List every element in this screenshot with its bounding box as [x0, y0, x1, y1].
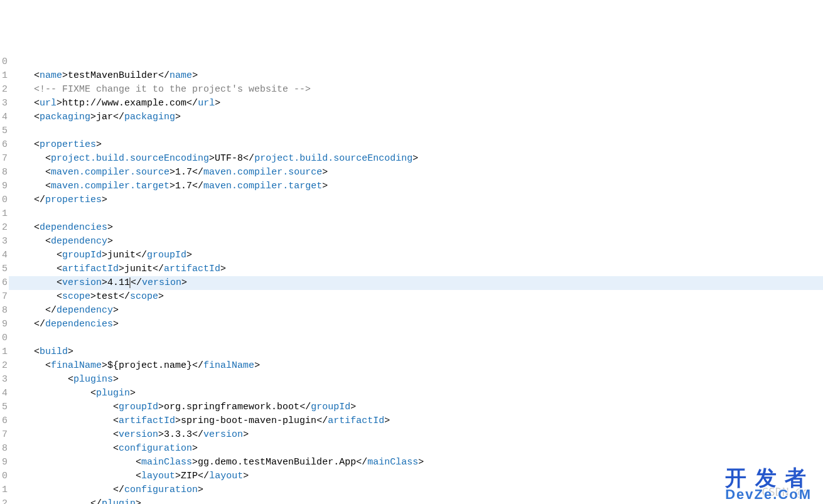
- line-number-gutter: 012345678901234567890123456789012345: [0, 55, 9, 504]
- line-number: 1: [0, 345, 8, 359]
- line-number: 1: [0, 69, 8, 83]
- line-number: 2: [0, 83, 8, 97]
- line-number: 2: [0, 221, 8, 235]
- line-number: 7: [0, 428, 8, 442]
- code-line[interactable]: </configuration>: [9, 483, 823, 497]
- code-line[interactable]: [9, 207, 823, 221]
- code-line[interactable]: </properties>: [9, 193, 823, 207]
- code-line[interactable]: <packaging>jar</packaging>: [9, 110, 823, 124]
- code-line[interactable]: <maven.compiler.source>1.7</maven.compil…: [9, 166, 823, 180]
- line-number: 6: [0, 138, 8, 152]
- line-number: 5: [0, 262, 8, 276]
- code-line[interactable]: <dependencies>: [9, 221, 823, 235]
- line-number: 3: [0, 97, 8, 110]
- line-number: 0: [0, 331, 8, 345]
- code-line[interactable]: <scope>test</scope>: [9, 290, 823, 304]
- code-editor[interactable]: 012345678901234567890123456789012345 <na…: [0, 55, 823, 504]
- code-line[interactable]: <url>http://www.example.com</url>: [9, 97, 823, 110]
- line-number: 1: [0, 483, 8, 497]
- code-line[interactable]: <configuration>: [9, 442, 823, 456]
- line-number: 0: [0, 55, 8, 69]
- line-number: 2: [0, 359, 8, 373]
- code-line[interactable]: <artifactId>spring-boot-maven-plugin</ar…: [9, 414, 823, 428]
- line-number: 1: [0, 207, 8, 221]
- line-number: 9: [0, 318, 8, 331]
- line-number: 3: [0, 373, 8, 387]
- code-line[interactable]: [9, 331, 823, 345]
- line-number: 3: [0, 235, 8, 249]
- code-line[interactable]: <name>testMavenBuilder</name>: [9, 69, 823, 83]
- line-number: 7: [0, 290, 8, 304]
- code-line[interactable]: <!-- FIXME change it to the project's we…: [9, 83, 823, 97]
- watermark-cn: 开 发 者DevZe.CoM: [725, 471, 812, 501]
- code-line[interactable]: <dependency>: [9, 235, 823, 249]
- code-area[interactable]: <name>testMavenBuilder</name> <!-- FIXME…: [9, 55, 823, 504]
- code-line[interactable]: <layout>ZIP</layout>: [9, 469, 823, 483]
- code-line[interactable]: <plugin>: [9, 387, 823, 400]
- line-number: 9: [0, 456, 8, 469]
- line-number: 0: [0, 193, 8, 207]
- line-number: 4: [0, 110, 8, 124]
- code-line[interactable]: <version>4.11</version>: [9, 276, 823, 290]
- code-line[interactable]: <project.build.sourceEncoding>UTF-8</pro…: [9, 152, 823, 166]
- code-line[interactable]: <groupId>org.springframework.boot</group…: [9, 400, 823, 414]
- line-number: 8: [0, 442, 8, 456]
- code-line[interactable]: <build>: [9, 345, 823, 359]
- code-line[interactable]: </plugin>: [9, 497, 823, 504]
- line-number: 5: [0, 124, 8, 138]
- line-number: 4: [0, 249, 8, 262]
- code-line[interactable]: <properties>: [9, 138, 823, 152]
- line-number: 6: [0, 414, 8, 428]
- line-number: 9: [0, 180, 8, 193]
- code-line[interactable]: <version>3.3.3</version>: [9, 428, 823, 442]
- line-number: 0: [0, 469, 8, 483]
- code-line[interactable]: </dependency>: [9, 304, 823, 318]
- line-number: 8: [0, 304, 8, 318]
- code-line[interactable]: <finalName>${project.name}</finalName>: [9, 359, 823, 373]
- line-number: 8: [0, 166, 8, 180]
- code-line[interactable]: <plugins>: [9, 373, 823, 387]
- code-line[interactable]: <groupId>junit</groupId>: [9, 249, 823, 262]
- line-number: 7: [0, 152, 8, 166]
- line-number: 4: [0, 387, 8, 400]
- code-line[interactable]: </dependencies>: [9, 318, 823, 331]
- line-number: 2: [0, 497, 8, 504]
- code-line[interactable]: <artifactId>junit</artifactId>: [9, 262, 823, 276]
- line-number: 5: [0, 400, 8, 414]
- line-number: 6: [0, 276, 8, 290]
- code-line[interactable]: <mainClass>gg.demo.testMavenBuilder.App<…: [9, 456, 823, 469]
- code-line[interactable]: [9, 124, 823, 138]
- code-line[interactable]: <maven.compiler.target>1.7</maven.compil…: [9, 180, 823, 193]
